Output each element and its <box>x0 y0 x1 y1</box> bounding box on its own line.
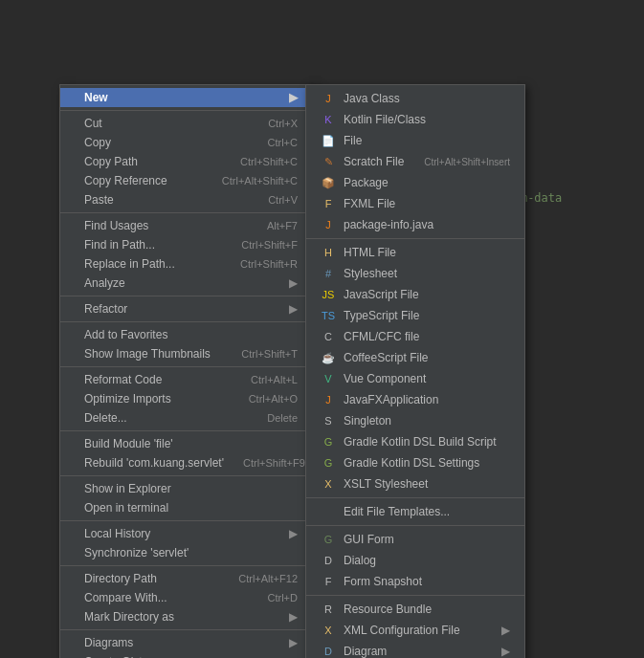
menu-item-optimize[interactable]: Optimize Imports Ctrl+Alt+O <box>60 389 317 408</box>
menu-item-add-favorites[interactable]: Add to Favorites <box>60 325 317 344</box>
menu-item-paste[interactable]: Paste Ctrl+V <box>60 190 317 209</box>
menu-item-cut[interactable]: Cut Ctrl+X <box>60 114 317 133</box>
new-gui-form[interactable]: G GUI Form <box>306 529 524 550</box>
separator4 <box>60 321 317 322</box>
optimize-label: Optimize Imports <box>84 392 230 406</box>
kotlin-label: Kotlin File/Class <box>344 113 426 126</box>
paste-label: Paste <box>84 193 249 207</box>
new-fxml[interactable]: F FXML File <box>306 193 524 214</box>
scratch-shortcut: Ctrl+Alt+Shift+Insert <box>424 157 510 167</box>
cfml-icon: C <box>321 329 336 344</box>
menu-item-synchronize[interactable]: Synchronize 'servlet' <box>60 543 317 562</box>
replace-path-label: Replace in Path... <box>84 257 221 271</box>
new-kotlin-file[interactable]: K Kotlin File/Class <box>306 109 524 130</box>
new-cfml[interactable]: C CFML/CFC file <box>306 326 524 347</box>
diagram-label: Diagram <box>344 645 387 658</box>
singleton-label: Singleton <box>344 414 391 428</box>
html-icon: H <box>321 245 336 260</box>
reformat-label: Reformat Code <box>84 373 232 386</box>
diagram-arrow: ▶ <box>501 645 510 658</box>
gradle-settings-label: Gradle Kotlin DSL Settings <box>344 456 479 470</box>
image-thumb-shortcut: Ctrl+Shift+T <box>241 348 298 360</box>
new-java-class[interactable]: J Java Class <box>306 88 524 109</box>
stylesheet-label: Stylesheet <box>344 267 397 280</box>
new-coffeescript[interactable]: ☕ CoffeeScript File <box>306 347 524 368</box>
new-stylesheet[interactable]: # Stylesheet <box>306 263 524 284</box>
coffee-label: CoffeeScript File <box>344 351 428 364</box>
menu-item-analyze[interactable]: Analyze ▶ <box>60 274 317 293</box>
compare-label: Compare With... <box>84 591 249 604</box>
menu-item-delete[interactable]: Delete... Delete <box>60 408 317 428</box>
menu-item-find-path[interactable]: Find in Path... Ctrl+Shift+F <box>60 235 317 254</box>
new-label: New <box>84 91 108 104</box>
pkg-info-label: package-info.java <box>344 218 433 231</box>
new-file[interactable]: 📄 File <box>306 130 524 151</box>
new-js[interactable]: JS JavaScript File <box>306 284 524 305</box>
rebuild-shortcut: Ctrl+Shift+F9 <box>243 457 305 469</box>
new-dialog[interactable]: D Dialog <box>306 550 524 571</box>
new-form-snapshot[interactable]: F Form Snapshot <box>306 571 524 592</box>
menu-item-replace-path[interactable]: Replace in Path... Ctrl+Shift+R <box>60 254 317 274</box>
menu-item-create-gist[interactable]: Create Gist... <box>60 652 317 658</box>
new-javafx[interactable]: J JavaFXApplication <box>306 389 524 410</box>
new-ts[interactable]: TS TypeScript File <box>306 305 524 326</box>
new-xslt[interactable]: X XSLT Stylesheet <box>306 473 524 494</box>
new-arrow: ▶ <box>289 91 298 104</box>
new-xml-config[interactable]: X XML Configuration File ▶ <box>306 620 524 641</box>
menu-item-image-thumbnails[interactable]: Show Image Thumbnails Ctrl+Shift+T <box>60 344 317 363</box>
menu-item-find-usages[interactable]: Find Usages Alt+F7 <box>60 216 317 235</box>
menu-item-reformat[interactable]: Reformat Code Ctrl+Alt+L <box>60 370 317 389</box>
menu-item-mark-directory[interactable]: Mark Directory as ▶ <box>60 607 317 626</box>
local-history-label: Local History <box>84 527 284 540</box>
menu-item-compare[interactable]: Compare With... Ctrl+D <box>60 588 317 607</box>
add-fav-label: Add to Favorites <box>84 328 298 341</box>
file-icon: 📄 <box>321 133 336 148</box>
kotlin-icon: K <box>321 112 336 127</box>
analyze-label: Analyze <box>84 276 284 290</box>
new-singleton[interactable]: S Singleton <box>306 410 524 431</box>
new-package-info[interactable]: J package-info.java <box>306 214 524 235</box>
menu-item-build-module[interactable]: Build Module 'file' <box>60 434 317 453</box>
analyze-arrow: ▶ <box>289 276 298 290</box>
new-diagram[interactable]: D Diagram ▶ <box>306 641 524 658</box>
menu-item-new[interactable]: New ▶ <box>60 88 317 107</box>
menu-item-local-history[interactable]: Local History ▶ <box>60 524 317 543</box>
new-resource-bundle[interactable]: R Resource Bundle <box>306 599 524 620</box>
show-explorer-label: Show in Explorer <box>84 482 298 495</box>
gui-icon: G <box>321 532 336 547</box>
refactor-label: Refactor <box>84 302 284 316</box>
new-vue[interactable]: V Vue Component <box>306 368 524 389</box>
resource-icon: R <box>321 602 336 617</box>
context-menu-new: J Java Class K Kotlin File/Class 📄 File … <box>305 84 525 658</box>
sync-label: Synchronize 'servlet' <box>84 546 298 559</box>
new-scratch-file[interactable]: ✎ Scratch File Ctrl+Alt+Shift+Insert <box>306 151 524 172</box>
menu-item-directory-path[interactable]: Directory Path Ctrl+Alt+F12 <box>60 569 317 588</box>
new-package[interactable]: 📦 Package <box>306 172 524 193</box>
context-menu-main: New ▶ Cut Ctrl+X Copy Ctrl+C Copy Path C… <box>59 84 318 658</box>
mark-dir-arrow: ▶ <box>289 610 298 624</box>
menu-item-copy[interactable]: Copy Ctrl+C <box>60 133 317 152</box>
menu-item-refactor[interactable]: Refactor ▶ <box>60 299 317 318</box>
open-terminal-label: Open in terminal <box>84 501 298 515</box>
separator3 <box>60 296 317 296</box>
new-edit-templates[interactable]: Edit File Templates... <box>306 501 524 522</box>
new-sep4 <box>306 595 524 596</box>
menu-item-show-explorer[interactable]: Show in Explorer <box>60 479 317 498</box>
copy-path-label: Copy Path <box>84 155 221 168</box>
menu-item-rebuild[interactable]: Rebuild 'com.kuang.servlet' Ctrl+Shift+F… <box>60 453 317 472</box>
java-class-icon: J <box>321 91 336 106</box>
dialog-icon: D <box>321 553 336 568</box>
menu-item-open-terminal[interactable]: Open in terminal <box>60 498 317 517</box>
new-sep1 <box>306 238 524 239</box>
rebuild-label: Rebuild 'com.kuang.servlet' <box>84 456 224 470</box>
html-label: HTML File <box>344 246 396 259</box>
pkg-info-icon: J <box>321 217 336 232</box>
menu-item-copy-reference[interactable]: Copy Reference Ctrl+Alt+Shift+C <box>60 171 317 190</box>
find-usages-shortcut: Alt+F7 <box>267 220 298 231</box>
menu-item-diagrams[interactable]: Diagrams ▶ <box>60 633 317 652</box>
new-gradle-settings[interactable]: G Gradle Kotlin DSL Settings <box>306 452 524 473</box>
menu-item-copy-path[interactable]: Copy Path Ctrl+Shift+C <box>60 152 317 171</box>
new-html[interactable]: H HTML File <box>306 242 524 263</box>
optimize-shortcut: Ctrl+Alt+O <box>249 393 298 405</box>
new-gradle-build[interactable]: G Gradle Kotlin DSL Build Script <box>306 431 524 452</box>
